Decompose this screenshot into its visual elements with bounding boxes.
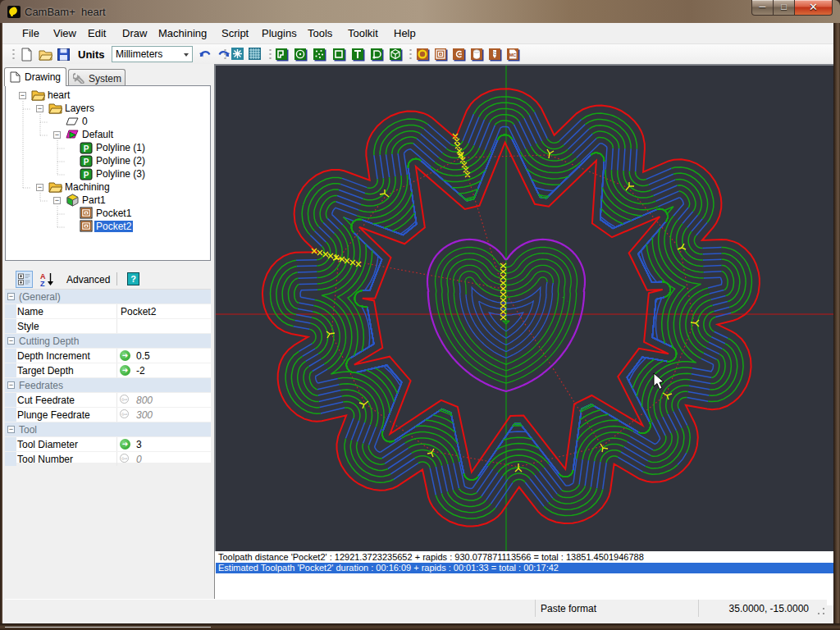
svg-text:P: P [84,144,89,153]
svg-text:P: P [84,171,89,180]
svg-text:MC: MC [509,52,517,57]
svg-text:Z: Z [40,280,45,287]
svg-text:P: P [84,158,89,167]
